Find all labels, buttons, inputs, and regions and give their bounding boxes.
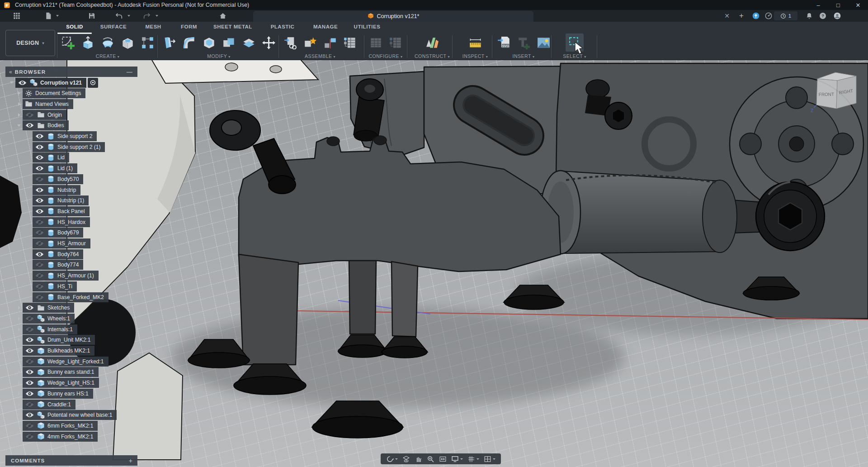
browser-row-named-views[interactable]: Named Views	[15, 99, 73, 109]
view-cube[interactable]: FRONT RIGHT Z	[808, 66, 867, 117]
ribbon-tab-solid[interactable]: SOLID	[66, 24, 83, 29]
visibility-toggle-icon[interactable]	[25, 358, 34, 365]
undo-caret-icon[interactable]	[127, 15, 130, 17]
redo-caret-icon[interactable]	[156, 15, 158, 17]
move-copy-button[interactable]	[259, 33, 278, 52]
browser-item-label[interactable]: 4mm Forks_MK2:1	[47, 434, 93, 440]
tree-caret-icon[interactable]	[15, 424, 23, 428]
browser-row-lid[interactable]: Lid	[25, 152, 69, 163]
browser-row-wedge-light-forked-1[interactable]: Wedge_Light_Forked:1	[15, 356, 108, 367]
group-label[interactable]: CONFIGURE	[368, 53, 399, 59]
browser-row-bodies[interactable]: Bodies	[15, 120, 69, 131]
browser-panel-header[interactable]: « BROWSER —	[5, 67, 137, 77]
dropdown-caret-icon[interactable]: ▾	[228, 55, 231, 59]
tree-caret-icon[interactable]	[15, 317, 23, 320]
visibility-toggle-icon[interactable]	[35, 251, 44, 257]
group-label[interactable]: CREATE	[96, 53, 116, 59]
file-menu-caret-icon[interactable]	[56, 15, 59, 17]
dropdown-caret-icon[interactable]: ▾	[448, 55, 450, 59]
browser-row-body774[interactable]: Body774	[25, 260, 83, 270]
visibility-toggle-icon[interactable]	[35, 240, 44, 247]
activate-component-icon[interactable]	[88, 78, 98, 88]
visibility-toggle-icon[interactable]	[25, 122, 34, 129]
tree-caret-icon[interactable]	[15, 124, 23, 127]
visibility-toggle-icon[interactable]	[25, 369, 34, 375]
visibility-toggle-icon[interactable]	[25, 391, 34, 397]
document-tab[interactable]: Corruption v121*	[253, 11, 533, 22]
browser-item-label[interactable]: Named Views	[35, 101, 69, 107]
grid-and-snaps-icon[interactable]	[466, 453, 481, 464]
browser-item-label[interactable]: HS_Hardox	[57, 219, 85, 225]
visibility-toggle-icon[interactable]	[25, 434, 34, 440]
browser-item-label[interactable]: Drum_Unit MK2:1	[47, 337, 90, 343]
group-label[interactable]: INSERT	[513, 53, 531, 59]
tree-caret-icon[interactable]	[15, 338, 23, 342]
tree-caret-icon[interactable]	[15, 392, 23, 396]
joint-button[interactable]	[321, 33, 339, 52]
visibility-toggle-icon[interactable]	[35, 294, 44, 300]
browser-item-label[interactable]: Craddle:1	[47, 401, 71, 408]
browser-item-label[interactable]: Internals:1	[47, 326, 73, 333]
insert-derive-button[interactable]	[281, 33, 299, 52]
change-parameters-button[interactable]	[341, 33, 359, 52]
browser-item-label[interactable]: Lid (1)	[57, 165, 73, 172]
browser-item-label[interactable]: Document Settings	[35, 90, 81, 96]
browser-item-label[interactable]: Base_Forked_MK2	[57, 294, 104, 300]
tree-caret-icon[interactable]	[15, 381, 23, 385]
file-menu-icon[interactable]	[43, 11, 53, 20]
browser-row-hs-hardox[interactable]: HS_Hardox	[25, 217, 90, 227]
maximize-button[interactable]: □	[828, 0, 848, 10]
visibility-toggle-icon[interactable]	[25, 401, 34, 408]
visibility-toggle-icon[interactable]	[25, 112, 34, 118]
browser-item-label[interactable]: Bunny ears stand:1	[47, 369, 94, 375]
visibility-toggle-icon[interactable]	[25, 348, 34, 354]
group-label[interactable]: MODIFY	[207, 53, 227, 59]
browser-row-lid-1-[interactable]: Lid (1)	[25, 163, 77, 174]
save-icon[interactable]	[87, 11, 97, 20]
dropdown-caret-icon[interactable]	[395, 458, 398, 460]
ribbon-tab-mesh[interactable]: MESH	[145, 24, 161, 29]
tree-caret-icon[interactable]	[8, 81, 15, 84]
dropdown-caret-icon[interactable]	[476, 458, 479, 460]
new-tab-icon[interactable]: +	[736, 11, 747, 21]
browser-item-label[interactable]: Body764	[57, 251, 79, 257]
ribbon-tab-utilities[interactable]: UTILITIES	[354, 24, 381, 29]
orbit-icon[interactable]	[384, 453, 400, 464]
browser-row-body570[interactable]: Body570	[25, 174, 83, 184]
insert-text-button[interactable]	[514, 33, 533, 52]
browser-row-side-support-2[interactable]: Side support 2	[25, 131, 97, 142]
redo-icon[interactable]	[142, 11, 152, 20]
configuration-table-button[interactable]	[387, 33, 405, 52]
minimize-button[interactable]: –	[808, 0, 828, 10]
visibility-toggle-icon[interactable]	[35, 197, 44, 204]
tree-caret-icon[interactable]	[15, 328, 23, 331]
browser-row-origin[interactable]: Origin	[15, 110, 66, 120]
browser-item-label[interactable]: Bodies	[47, 122, 64, 129]
browser-item-label[interactable]: HS_Armour	[57, 240, 86, 247]
create-sketch-button[interactable]	[59, 33, 77, 52]
browser-row-bulkheads-mk2-1[interactable]: Bulkheads MK2:1	[15, 346, 94, 356]
visibility-toggle-icon[interactable]	[25, 423, 34, 429]
visibility-toggle-icon[interactable]	[35, 219, 44, 225]
dropdown-caret-icon[interactable]: ▾	[533, 55, 535, 59]
minimize-panel-icon[interactable]: —	[127, 68, 133, 75]
visibility-toggle-icon[interactable]	[25, 315, 34, 322]
comments-bar[interactable]: COMMENTS +	[5, 455, 137, 466]
notifications-icon[interactable]	[804, 11, 815, 21]
look-at-icon[interactable]	[401, 453, 412, 464]
extensions-icon[interactable]	[763, 11, 774, 21]
add-comment-icon[interactable]: +	[129, 457, 133, 464]
visibility-toggle-icon[interactable]	[35, 229, 44, 236]
dropdown-caret-icon[interactable]	[460, 458, 463, 460]
browser-item-label[interactable]: Body570	[57, 176, 79, 182]
browser-row-sketches[interactable]: Sketches	[15, 303, 74, 313]
visibility-toggle-icon[interactable]	[35, 154, 44, 161]
tree-caret-icon[interactable]	[15, 91, 23, 95]
tree-caret-icon[interactable]	[15, 306, 23, 310]
group-label[interactable]: INSPECT	[462, 53, 485, 59]
sync-status-icon[interactable]	[750, 11, 761, 21]
browser-row-side-support-2-1-[interactable]: Side support 2 (1)	[25, 142, 105, 152]
dropdown-caret-icon[interactable]: ▾	[486, 55, 488, 59]
zoom-icon[interactable]	[425, 453, 436, 464]
dropdown-caret-icon[interactable]	[493, 458, 495, 460]
